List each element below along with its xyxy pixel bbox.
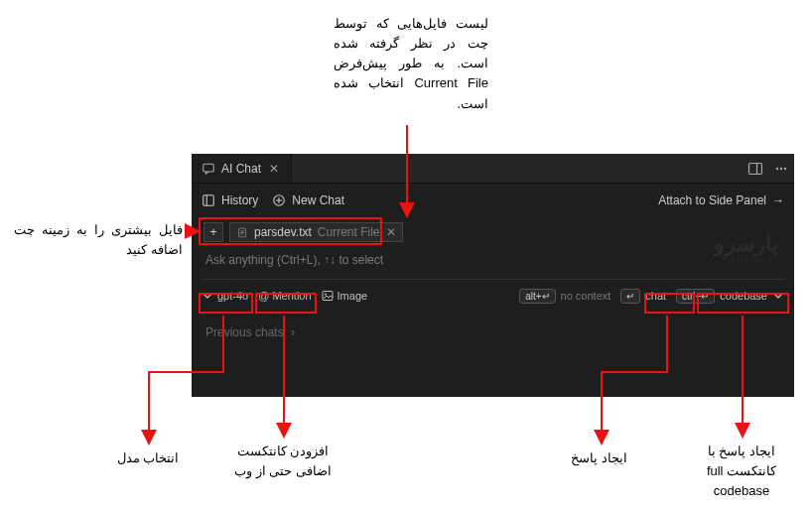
file-chip-current[interactable]: parsdev.txt Current File ✕ (229, 222, 403, 242)
kbd-alt-enter: alt+↵ (519, 289, 555, 304)
chevron-down-icon (202, 290, 213, 302)
callout-codebase: ایجاد پاسخ با کانتکست full codebase (687, 442, 796, 501)
codebase-submit[interactable]: ctrl+↵ codebase (676, 289, 784, 304)
chevron-right-icon: › (291, 325, 295, 339)
plus-icon: + (209, 225, 216, 239)
mention-button[interactable]: @ Mention (258, 290, 311, 302)
more-icon[interactable] (768, 154, 794, 184)
subbar: History New Chat Attach to Side Panel → (192, 184, 794, 217)
callout-mention: افزودن کانتکست اضافی حتی از وب (223, 442, 342, 481)
arrow-right-icon: → (772, 193, 784, 207)
file-chip-name: parsdev.txt (254, 225, 312, 239)
attach-label: Attach to Side Panel (658, 193, 766, 207)
new-chat-label: New Chat (292, 193, 344, 207)
tab-label: AI Chat (221, 162, 261, 176)
kbd-enter: ↵ (620, 289, 640, 304)
svg-rect-0 (203, 164, 214, 172)
history-icon (202, 193, 215, 207)
image-icon (322, 290, 334, 302)
svg-point-5 (784, 167, 786, 169)
chat-input-placeholder: Ask anything (Ctrl+L), ↑↓ to select (205, 253, 383, 267)
attach-side-panel-button[interactable]: Attach to Side Panel → (658, 193, 784, 207)
previous-chats-button[interactable]: Previous chats › (192, 312, 794, 353)
no-context-submit[interactable]: alt+↵ no context (519, 289, 610, 304)
callout-chat: ایجاد پاسخ (552, 448, 646, 468)
chip-close-icon[interactable]: ✕ (386, 227, 396, 237)
layout-icon[interactable] (743, 154, 768, 184)
file-icon (236, 226, 248, 238)
chevron-down-icon (772, 290, 784, 302)
chat-submit[interactable]: ↵ chat (620, 289, 666, 304)
callout-model: انتخاب مدل (103, 448, 193, 468)
new-chat-button[interactable]: New Chat (272, 193, 344, 207)
history-label: History (221, 193, 258, 207)
close-icon[interactable]: ✕ (267, 162, 281, 176)
plus-circle-icon (272, 193, 286, 207)
mention-label: @ Mention (258, 290, 311, 302)
previous-chats-label: Previous chats (205, 325, 284, 339)
kbd-ctrl-enter: ctrl+↵ (676, 289, 715, 304)
svg-point-4 (780, 167, 782, 169)
no-context-label: no context (561, 290, 611, 302)
toolbar: gpt-4o @ Mention Image alt+↵ no context … (192, 280, 794, 312)
file-chip-tag: Current File (318, 225, 380, 239)
model-label: gpt-4o (217, 290, 248, 302)
codebase-label: codebase (720, 290, 767, 302)
model-selector[interactable]: gpt-4o (202, 290, 248, 302)
add-context-button[interactable]: + (203, 222, 223, 242)
image-button[interactable]: Image (322, 290, 368, 302)
context-chipbar: + parsdev.txt Current File ✕ (192, 217, 794, 247)
callout-left: فایل بیشتری را به زمینه چت اضافه کنید (14, 220, 183, 260)
svg-point-3 (776, 167, 778, 169)
chat-icon (202, 162, 215, 176)
chat-input-area[interactable]: Ask anything (Ctrl+L), ↑↓ to select (192, 247, 794, 279)
history-button[interactable]: History (202, 193, 258, 207)
tab-ai-chat[interactable]: AI Chat ✕ (192, 154, 292, 183)
callout-top: لیست فایل‌هایی که توسط چت در نظر گرفته ش… (334, 14, 488, 114)
svg-point-16 (325, 294, 327, 296)
ai-chat-panel: AI Chat ✕ History New Chat Attach to Sid… (192, 154, 794, 397)
titlebar: AI Chat ✕ (192, 154, 794, 184)
image-label: Image (338, 290, 368, 302)
svg-rect-1 (749, 163, 762, 174)
chat-label: chat (645, 290, 666, 302)
svg-rect-6 (203, 195, 214, 206)
